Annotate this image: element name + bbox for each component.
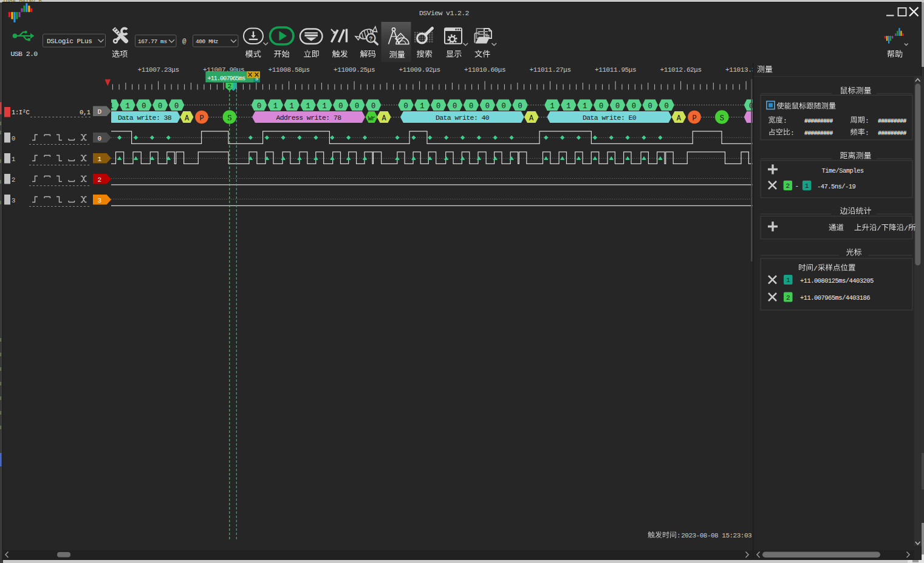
svg-text::: : bbox=[790, 130, 795, 137]
svg-text:0,1: 0,1 bbox=[80, 109, 91, 116]
svg-text:+11010.60μs: +11010.60μs bbox=[464, 66, 505, 74]
svg-text:Data write: 38: Data write: 38 bbox=[118, 114, 172, 122]
svg-text:0: 0 bbox=[174, 102, 179, 111]
svg-text:1: 1 bbox=[786, 277, 790, 284]
svg-text:1: 1 bbox=[805, 182, 809, 190]
svg-text:USB 2.0: USB 2.0 bbox=[11, 50, 38, 58]
svg-text:3: 3 bbox=[12, 197, 15, 204]
svg-text:DSView v1.2.2: DSView v1.2.2 bbox=[419, 9, 470, 17]
svg-text:0: 0 bbox=[453, 102, 457, 111]
svg-text:P: P bbox=[199, 114, 204, 123]
svg-text:2: 2 bbox=[786, 294, 790, 302]
svg-text:Data write: E0: Data write: E0 bbox=[583, 114, 637, 122]
svg-text:#########: ######### bbox=[804, 130, 833, 137]
svg-text:0: 0 bbox=[142, 102, 146, 111]
svg-text:A: A bbox=[382, 114, 386, 123]
svg-text:0: 0 bbox=[355, 102, 359, 111]
svg-text:1: 1 bbox=[306, 102, 310, 111]
svg-text:400 MHz: 400 MHz bbox=[196, 38, 218, 45]
svg-text:1:I²C: 1:I²C bbox=[12, 109, 30, 116]
svg-text:+11.0080125ms/4403205: +11.0080125ms/4403205 bbox=[800, 277, 874, 285]
svg-text:@: @ bbox=[182, 38, 187, 45]
svg-text:167.77 ms: 167.77 ms bbox=[138, 38, 167, 45]
svg-text:+11012.62μs: +11012.62μs bbox=[660, 66, 701, 74]
svg-text:#########: ######### bbox=[878, 118, 906, 125]
svg-text:Data write: 40: Data write: 40 bbox=[436, 114, 490, 122]
svg-text:1: 1 bbox=[290, 102, 294, 111]
svg-text:+11011.27μs: +11011.27μs bbox=[529, 66, 570, 74]
svg-text::: : bbox=[865, 130, 869, 137]
svg-text:+11008.58μs: +11008.58μs bbox=[268, 66, 309, 74]
svg-text:1: 1 bbox=[322, 102, 326, 111]
svg-text:2: 2 bbox=[228, 83, 231, 90]
svg-text:1: 1 bbox=[420, 102, 424, 111]
svg-text:1: 1 bbox=[12, 156, 15, 163]
svg-text:1: 1 bbox=[566, 102, 570, 111]
svg-text:2023-08-08 15:23:03: 2023-08-08 15:23:03 bbox=[681, 532, 751, 539]
svg-text::: : bbox=[677, 532, 681, 539]
svg-text:2: 2 bbox=[12, 176, 15, 184]
svg-text:#########: ######### bbox=[878, 130, 906, 137]
svg-text:1: 1 bbox=[98, 156, 102, 163]
svg-text:0: 0 bbox=[485, 102, 490, 111]
svg-text:1: 1 bbox=[273, 102, 278, 111]
svg-text:0: 0 bbox=[502, 102, 506, 111]
svg-text:S: S bbox=[720, 114, 724, 123]
svg-text:3: 3 bbox=[98, 197, 101, 204]
svg-text:0: 0 bbox=[436, 102, 440, 111]
svg-text:+11007.23μs: +11007.23μs bbox=[137, 66, 179, 74]
svg-text:2: 2 bbox=[98, 176, 101, 184]
svg-text:0: 0 bbox=[257, 102, 261, 111]
svg-text:-: - bbox=[795, 182, 799, 190]
svg-text:Address write: 78: Address write: 78 bbox=[276, 114, 341, 122]
svg-text:1: 1 bbox=[583, 102, 587, 111]
svg-text:+11011.95μs: +11011.95μs bbox=[595, 66, 636, 74]
svg-text:+11009.92μs: +11009.92μs bbox=[399, 66, 440, 74]
svg-text:+11.007965ms: +11.007965ms bbox=[208, 75, 246, 82]
svg-text:0: 0 bbox=[599, 102, 603, 111]
svg-text:0: 0 bbox=[338, 102, 343, 111]
svg-text:0: 0 bbox=[518, 102, 522, 111]
svg-text:Time/Samples: Time/Samples bbox=[821, 167, 863, 174]
svg-text:0: 0 bbox=[403, 102, 408, 111]
svg-text:Wr: Wr bbox=[368, 115, 375, 122]
svg-text:0: 0 bbox=[632, 102, 636, 111]
svg-text:0: 0 bbox=[98, 135, 101, 142]
svg-text:0: 0 bbox=[664, 102, 668, 111]
svg-text:-47.5ns/-19: -47.5ns/-19 bbox=[817, 183, 856, 190]
svg-text:+11.007965ms/4403186: +11.007965ms/4403186 bbox=[800, 294, 870, 302]
svg-text:P: P bbox=[692, 114, 696, 123]
svg-text:1: 1 bbox=[550, 102, 554, 111]
svg-text::: : bbox=[783, 117, 787, 125]
svg-text:0: 0 bbox=[469, 102, 473, 111]
svg-text::: : bbox=[865, 117, 869, 125]
svg-text:A: A bbox=[677, 114, 682, 123]
svg-text:0: 0 bbox=[158, 102, 162, 111]
svg-text:?: ? bbox=[369, 36, 373, 43]
svg-text:0: 0 bbox=[648, 102, 652, 111]
svg-text:/: / bbox=[904, 224, 908, 232]
svg-text:0: 0 bbox=[615, 102, 620, 111]
svg-text:0: 0 bbox=[371, 102, 375, 111]
svg-text:/: / bbox=[877, 224, 881, 232]
svg-text:DSLogic PLus: DSLogic PLus bbox=[47, 38, 92, 45]
svg-text:+11009.25μs: +11009.25μs bbox=[334, 66, 375, 74]
svg-text:2: 2 bbox=[785, 182, 790, 190]
svg-text:A: A bbox=[185, 114, 190, 123]
svg-text:0: 0 bbox=[12, 135, 15, 142]
svg-text:D: D bbox=[98, 108, 102, 116]
svg-text:A: A bbox=[529, 114, 534, 123]
svg-text:1: 1 bbox=[125, 102, 129, 111]
svg-text:/: / bbox=[813, 264, 818, 272]
svg-text:#########: ######### bbox=[804, 118, 833, 125]
